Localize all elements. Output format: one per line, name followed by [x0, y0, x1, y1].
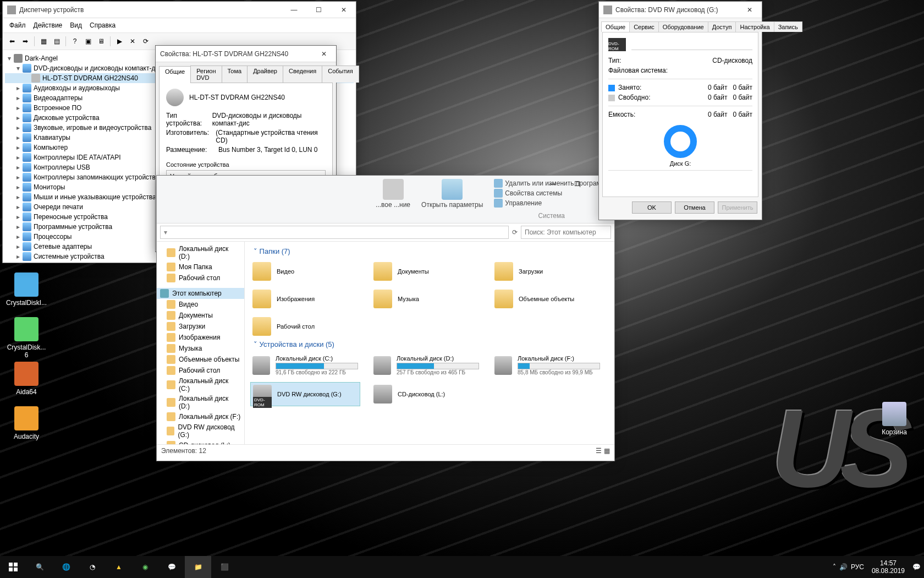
maximize-button[interactable]: ☐: [565, 176, 590, 192]
group-header[interactable]: ˅ Папки (7): [254, 247, 609, 255]
volume-icon[interactable]: 🔊: [839, 563, 848, 571]
fwd-icon[interactable]: ➡: [19, 35, 31, 47]
explorer-sidebar[interactable]: Локальный диск (D:)Моя ПапкаРабочий стол…: [157, 242, 245, 444]
folder-tile[interactable]: Документы: [371, 260, 481, 283]
discord-icon[interactable]: 💬: [158, 556, 185, 578]
tool-icon[interactable]: ⟳: [140, 35, 152, 47]
notifications-icon[interactable]: 💬: [912, 563, 921, 571]
desktop-icon[interactable]: CrystalDiskI...: [6, 272, 47, 307]
app-icon[interactable]: ⬛: [211, 556, 238, 578]
menu-item[interactable]: Действие: [30, 20, 66, 30]
minimize-button[interactable]: —: [540, 176, 565, 192]
sidebar-item[interactable]: Этот компьютер: [157, 288, 244, 299]
tab[interactable]: События: [322, 66, 359, 83]
tool-icon[interactable]: ?: [69, 35, 81, 47]
explorer-main[interactable]: ˅ Папки (7)ВидеоДокументыЗагрузкиИзображ…: [245, 242, 614, 444]
sidebar-item[interactable]: CD-дисковод (L:): [157, 440, 244, 444]
ok-button[interactable]: OK: [632, 201, 672, 214]
devmgr-titlebar[interactable]: Диспетчер устройств — ☐ ✕: [3, 2, 356, 18]
clock[interactable]: 14:57 08.08.2019: [867, 559, 909, 575]
drive-tile[interactable]: CD-дисковод (L:): [371, 382, 481, 406]
tool-icon[interactable]: ▣: [82, 35, 94, 47]
tab[interactable]: Общие: [159, 66, 191, 83]
sidebar-item[interactable]: DVD RW дисковод (G:): [157, 422, 244, 440]
sidebar-item[interactable]: Рабочий стол: [157, 365, 244, 376]
desktop-icon[interactable]: CrystalDisk... 6: [6, 317, 47, 359]
sidebar-item[interactable]: Изображения: [157, 332, 244, 343]
cancel-button[interactable]: Отмена: [675, 201, 714, 214]
volume-label-input[interactable]: [631, 39, 752, 50]
close-button[interactable]: ✕: [331, 2, 356, 18]
folder-tile[interactable]: Музыка: [371, 287, 481, 310]
desktop-icon[interactable]: Aida64: [6, 362, 47, 396]
steam-icon[interactable]: ◔: [79, 556, 106, 578]
drive-tile[interactable]: Локальный диск (F:) 85,8 МБ свободно из …: [492, 353, 602, 378]
tool-icon[interactable]: ▤: [51, 35, 63, 47]
tab[interactable]: Доступ: [708, 21, 736, 32]
diskprops-titlebar[interactable]: Свойства: DVD RW дисковод (G:) ✕: [599, 2, 762, 18]
props-titlebar[interactable]: Свойства: HL-DT-ST DVDRAM GH22NS40 ✕: [156, 46, 336, 62]
folder-tile[interactable]: Объемные объекты: [492, 287, 602, 310]
tab[interactable]: Оборудование: [658, 21, 708, 32]
sidebar-item[interactable]: Объемные объекты: [157, 354, 244, 365]
tab[interactable]: Запись: [774, 21, 802, 32]
sidebar-item[interactable]: Документы: [157, 310, 244, 321]
tab[interactable]: Регион DVD: [190, 66, 222, 83]
sidebar-item[interactable]: Видео: [157, 299, 244, 310]
sidebar-item[interactable]: Локальный диск (D:): [157, 394, 244, 411]
tab[interactable]: Тома: [222, 66, 248, 83]
menu-item[interactable]: Вид: [67, 20, 85, 30]
minimize-button[interactable]: —: [282, 2, 306, 18]
tab[interactable]: Общие: [601, 21, 630, 32]
drive-tile[interactable]: DVD-ROM DVD RW дисковод (G:): [250, 382, 360, 406]
tab[interactable]: Настройка: [735, 21, 774, 32]
group-header[interactable]: ˅ Устройства и диски (5): [254, 340, 609, 348]
back-icon[interactable]: ⬅: [6, 35, 18, 47]
tool-icon[interactable]: ▦: [37, 35, 50, 47]
close-button[interactable]: ✕: [311, 46, 336, 62]
menu-item[interactable]: Файл: [6, 20, 29, 30]
explorer-taskbar[interactable]: 📁: [185, 556, 211, 578]
view-details-icon[interactable]: ☰: [596, 447, 602, 455]
sidebar-item[interactable]: Локальный диск (D:): [157, 244, 244, 261]
tab[interactable]: Драйвер: [247, 66, 283, 83]
sidebar-item[interactable]: Музыка: [157, 343, 244, 354]
folder-tile[interactable]: Рабочий стол: [250, 315, 360, 338]
app-icon[interactable]: ◉: [132, 556, 158, 578]
apply-button[interactable]: Применить: [718, 201, 757, 214]
tool-icon[interactable]: ✕: [127, 35, 139, 47]
sidebar-item[interactable]: Загрузки: [157, 321, 244, 332]
desktop-icon[interactable]: Audacity: [6, 406, 47, 440]
lang-indicator[interactable]: РУС: [851, 563, 864, 571]
drive-tile[interactable]: Локальный диск (D:) 257 ГБ свободно из 4…: [371, 353, 481, 378]
recycle-bin[interactable]: Корзина: [873, 402, 915, 436]
search-input[interactable]: [521, 226, 611, 239]
ribbon-link[interactable]: Управление: [494, 199, 542, 208]
maximize-button[interactable]: ☐: [306, 2, 331, 18]
ribbon-net[interactable]: ...вое ...ние: [376, 179, 410, 220]
tool-icon[interactable]: ▶: [113, 35, 125, 47]
tab[interactable]: Сведения: [283, 66, 322, 83]
folder-tile[interactable]: Изображения: [250, 287, 360, 310]
tool-icon[interactable]: 🖥: [95, 35, 107, 47]
folder-tile[interactable]: Видео: [250, 260, 360, 283]
folder-tile[interactable]: Загрузки: [492, 260, 602, 283]
start-button[interactable]: [0, 556, 26, 578]
sidebar-item[interactable]: Локальный диск (F:): [157, 411, 244, 422]
drive-tile[interactable]: Локальный диск (C:) 91,6 ГБ свободно из …: [250, 353, 360, 378]
aimp-icon[interactable]: ▲: [106, 556, 132, 578]
sidebar-item[interactable]: Локальный диск (C:): [157, 376, 244, 394]
view-tiles-icon[interactable]: ▦: [604, 447, 610, 455]
tab[interactable]: Сервис: [629, 21, 659, 32]
sidebar-item[interactable]: Рабочий стол: [157, 272, 244, 283]
sidebar-item[interactable]: Моя Папка: [157, 261, 244, 272]
close-button[interactable]: ✕: [737, 2, 762, 18]
menu-item[interactable]: Справка: [86, 20, 119, 30]
tray-chevron-icon[interactable]: ˄: [833, 563, 836, 571]
recycle-label: Корзина: [873, 428, 915, 436]
refresh-icon[interactable]: ⟳: [512, 228, 518, 236]
ribbon-open-settings[interactable]: Открыть параметры: [421, 179, 483, 220]
breadcrumb[interactable]: ▾: [160, 226, 509, 239]
chrome-icon[interactable]: 🌐: [53, 556, 79, 578]
search-icon[interactable]: 🔍: [26, 556, 53, 578]
